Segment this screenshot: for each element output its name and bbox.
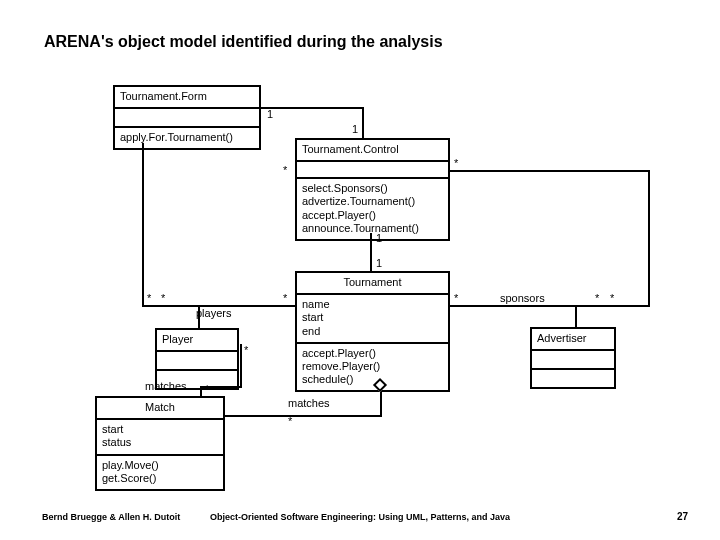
assoc-line [240, 344, 242, 388]
multiplicity: * [205, 383, 209, 395]
assoc-line [362, 107, 364, 138]
class-tournament: Tournament name start end accept.Player(… [295, 271, 450, 392]
class-name: Tournament [297, 273, 448, 293]
assoc-line [198, 305, 200, 328]
assoc-line [575, 305, 577, 327]
class-op: announce.Tournament() [302, 222, 443, 235]
class-match: Match start status play.Move() get.Score… [95, 396, 225, 491]
multiplicity: 1 [267, 108, 273, 120]
assoc-line [142, 143, 144, 306]
class-ops: accept.Player() remove.Player() schedule… [297, 342, 448, 391]
class-op: accept.Player() [302, 209, 443, 222]
multiplicity: * [454, 157, 458, 169]
class-attr: start [302, 311, 443, 324]
role-matches: matches [288, 397, 330, 409]
class-attr: end [302, 325, 443, 338]
class-advertiser: Advertiser [530, 327, 616, 389]
assoc-line [648, 170, 650, 307]
page-title: ARENA's object model identified during t… [44, 33, 443, 51]
class-name: Advertiser [532, 329, 614, 349]
assoc-line [450, 170, 650, 172]
class-op: get.Score() [102, 472, 218, 485]
class-ops-empty [532, 368, 614, 387]
multiplicity: 1 [352, 123, 358, 135]
multiplicity: 1 [376, 232, 382, 244]
multiplicity: * [288, 415, 292, 427]
multiplicity: * [161, 292, 165, 304]
multiplicity: * [283, 164, 287, 176]
class-op: apply.For.Tournament() [115, 126, 259, 148]
assoc-line [261, 107, 364, 109]
class-attr: start [102, 423, 218, 436]
class-name: Tournament.Control [297, 140, 448, 160]
class-op: advertize.Tournament() [302, 195, 443, 208]
multiplicity: * [283, 292, 287, 304]
class-op: remove.Player() [302, 360, 443, 373]
class-op: accept.Player() [302, 347, 443, 360]
page-number: 27 [677, 511, 688, 522]
class-tournament-control: Tournament.Control select.Sponsors() adv… [295, 138, 450, 241]
assoc-line [370, 233, 372, 271]
multiplicity: * [595, 292, 599, 304]
role-sponsors: sponsors [500, 292, 545, 304]
class-tournament-form: Tournament.Form apply.For.Tournament() [113, 85, 261, 150]
class-name: Tournament.Form [115, 87, 259, 107]
multiplicity: * [610, 292, 614, 304]
multiplicity: * [454, 292, 458, 304]
multiplicity: 1 [376, 257, 382, 269]
multiplicity: * [244, 344, 248, 356]
class-attr: name [302, 298, 443, 311]
footer-title: Object-Oriented Software Engineering: Us… [0, 512, 720, 522]
class-name: Match [97, 398, 223, 418]
multiplicity: * [147, 292, 151, 304]
class-ops: select.Sponsors() advertize.Tournament()… [297, 177, 448, 239]
class-attr: status [102, 436, 218, 449]
class-attrs-empty [157, 350, 237, 369]
assoc-line [225, 415, 382, 417]
class-ops: play.Move() get.Score() [97, 454, 223, 489]
role-players: players [196, 307, 231, 319]
class-attrs-empty [297, 160, 448, 177]
class-name: Player [157, 330, 237, 350]
class-attrs: start status [97, 418, 223, 453]
class-attrs-empty [115, 107, 259, 126]
class-attrs: name start end [297, 293, 448, 342]
assoc-line [450, 305, 650, 307]
class-op: play.Move() [102, 459, 218, 472]
role-matches: matches [145, 380, 187, 392]
class-op: select.Sponsors() [302, 182, 443, 195]
class-attrs-empty [532, 349, 614, 368]
